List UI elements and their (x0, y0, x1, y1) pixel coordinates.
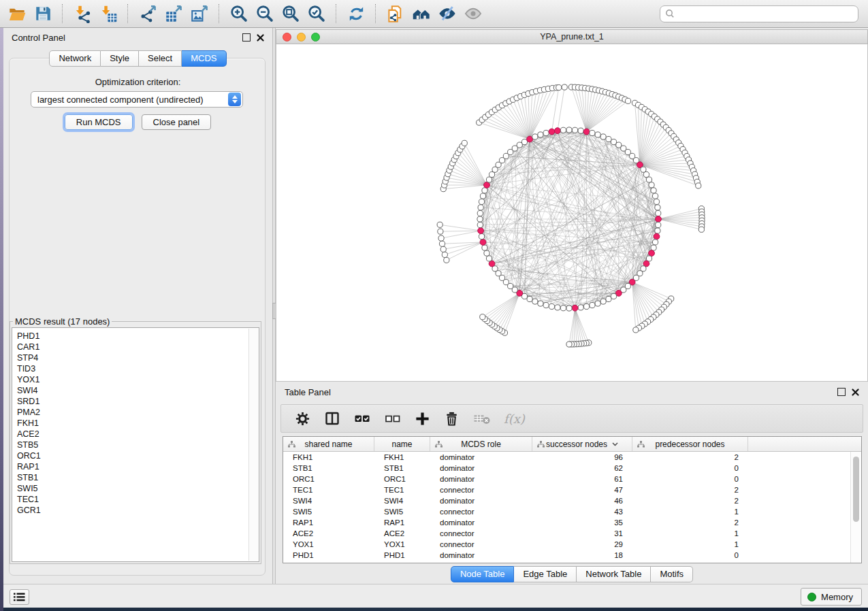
mcds-result-item[interactable]: STB1 (17, 472, 259, 483)
save-session-button[interactable] (31, 3, 54, 24)
maximize-window-icon[interactable] (311, 33, 320, 42)
tab-network[interactable]: Network (49, 50, 101, 67)
deselect-all-icon[interactable] (385, 410, 401, 427)
hide-selected-button[interactable] (436, 3, 459, 24)
table-cell: 1 (632, 508, 748, 516)
table-scrollbar-thumb[interactable] (853, 457, 859, 522)
column-header-mcds-role[interactable]: MCDS role (430, 437, 532, 451)
search-box[interactable] (660, 5, 858, 22)
control-panel-tabs: Network Style Select MCDS (3, 50, 272, 67)
zoom-selected-button[interactable] (305, 3, 328, 24)
network-column-icon (288, 441, 295, 448)
mcds-result-item[interactable]: SRD1 (17, 396, 259, 407)
zoom-fit-button[interactable] (279, 3, 302, 24)
mcds-result-item[interactable]: ORC1 (17, 450, 259, 461)
table-row[interactable]: SWI4SWI4dominator462 (283, 495, 861, 506)
mcds-result-item[interactable]: SWI4 (17, 385, 259, 396)
mcds-result-item[interactable]: ACE2 (17, 429, 259, 440)
open-file-button[interactable] (5, 3, 29, 24)
select-all-icon[interactable] (354, 410, 371, 427)
memory-button[interactable]: Memory (801, 588, 862, 606)
table-cell: RAP1 (374, 518, 430, 527)
mcds-result-item[interactable]: STP4 (17, 352, 259, 363)
table-row[interactable]: TEC1TEC1connector472 (283, 484, 861, 495)
table-cell: 46 (532, 497, 632, 505)
column-header-shared-name[interactable]: shared name (283, 437, 374, 451)
zoom-in-button[interactable] (227, 3, 251, 24)
table-scrollbar[interactable] (850, 452, 861, 563)
mcds-result-item[interactable]: CAR1 (17, 342, 259, 352)
delete-row-icon[interactable] (444, 411, 460, 427)
mcds-result-item[interactable]: SWI5 (17, 483, 259, 494)
minimize-window-icon[interactable] (297, 33, 306, 42)
criterion-select[interactable]: largest connected component (undirected) (31, 91, 243, 108)
table-row[interactable]: STB1STB1dominator620 (283, 463, 861, 474)
import-network-button[interactable] (71, 3, 94, 24)
show-all-button[interactable] (462, 3, 485, 24)
mcds-result-list[interactable]: PHD1CAR1STP4TID3YOX1SWI4SRD1PMA2FKH1ACE2… (12, 327, 259, 562)
table-row[interactable]: PHD1PHD1dominator180 (283, 550, 861, 561)
tab-edge-table[interactable]: Edge Table (514, 566, 577, 582)
toolbar-separator (62, 4, 63, 23)
add-row-icon[interactable] (415, 411, 430, 427)
function-builder-icon[interactable]: f(x) (504, 412, 525, 426)
delete-table-icon[interactable] (473, 411, 490, 426)
export-network-button[interactable] (136, 3, 159, 24)
table-row[interactable]: YOX1YOX1connector291 (283, 539, 861, 550)
mcds-result-item[interactable]: STB5 (17, 440, 259, 450)
network-canvas[interactable] (276, 44, 868, 382)
table-row[interactable]: SWI5SWI5connector431 (283, 506, 861, 517)
table-cell: 2 (632, 497, 748, 505)
table-cell: 31 (532, 529, 632, 538)
mcds-result-item[interactable]: FKH1 (17, 418, 259, 429)
tab-network-table[interactable]: Network Table (577, 566, 651, 582)
close-panel-icon[interactable] (257, 34, 264, 42)
sort-desc-icon (612, 442, 618, 446)
tab-motifs[interactable]: Motifs (651, 566, 693, 582)
export-image-button[interactable] (188, 3, 211, 24)
float-panel-icon[interactable] (242, 33, 251, 42)
mcds-result-item[interactable]: GCR1 (17, 505, 259, 516)
network-window-titlebar[interactable]: YPA_prune.txt_1 (276, 29, 868, 44)
duplicate-network-button[interactable] (384, 3, 407, 24)
export-table-button[interactable] (162, 3, 185, 24)
table-row[interactable]: RAP1RAP1dominator352 (283, 517, 861, 528)
close-panel-button[interactable]: Close panel (142, 114, 212, 130)
float-panel-icon[interactable] (837, 388, 846, 396)
tab-select[interactable]: Select (139, 50, 182, 67)
first-neighbors-button[interactable] (410, 3, 433, 24)
mcds-result-item[interactable]: PMA2 (17, 407, 259, 418)
mcds-result-item[interactable]: TID3 (17, 363, 259, 374)
column-header-predecessor-nodes[interactable]: predecessor nodes (632, 437, 748, 451)
toolbar-separator (219, 4, 220, 23)
list-scrollbar[interactable] (248, 329, 258, 561)
export-network-icon (139, 5, 157, 23)
table-row[interactable]: FKH1FKH1dominator962 (283, 452, 861, 463)
table-cell: 2 (632, 486, 748, 494)
search-input[interactable] (677, 6, 858, 21)
mcds-result-item[interactable]: RAP1 (17, 461, 259, 472)
column-header-successor-nodes[interactable]: successor nodes (532, 437, 632, 451)
run-mcds-button[interactable]: Run MCDS (65, 114, 133, 130)
close-window-icon[interactable] (283, 33, 291, 42)
zoom-out-button[interactable] (253, 3, 276, 24)
mcds-result-item[interactable]: PHD1 (17, 331, 259, 342)
tab-style[interactable]: Style (101, 50, 139, 67)
import-table-button[interactable] (97, 3, 120, 24)
table-row[interactable]: ACE2ACE2connector311 (283, 528, 861, 539)
tab-mcds[interactable]: MCDS (182, 50, 226, 67)
column-header-name[interactable]: name (374, 437, 430, 451)
close-panel-icon[interactable] (852, 389, 859, 396)
show-columns-icon[interactable] (324, 410, 340, 427)
table-cell: 35 (532, 518, 632, 527)
mcds-result-item[interactable]: TEC1 (17, 494, 259, 505)
tab-node-table[interactable]: Node Table (451, 566, 515, 582)
table-row[interactable]: ORC1ORC1dominator610 (283, 474, 861, 484)
refresh-button[interactable] (344, 3, 368, 24)
memory-label: Memory (821, 592, 853, 602)
network-graph[interactable] (276, 44, 866, 380)
mcds-result-item[interactable]: YOX1 (17, 374, 259, 385)
show-panels-button[interactable] (10, 589, 29, 605)
search-icon (665, 9, 675, 18)
column-settings-gear-icon[interactable] (295, 411, 310, 427)
